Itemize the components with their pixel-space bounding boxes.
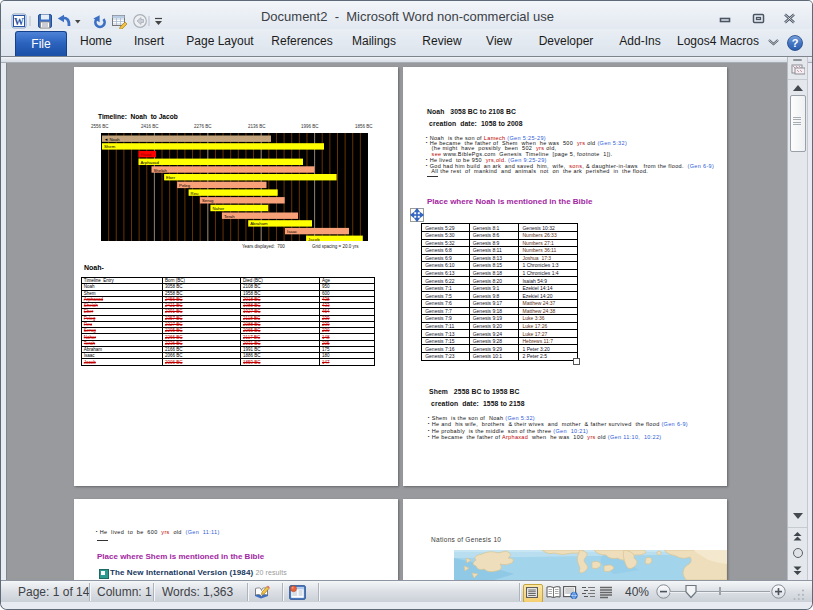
svg-text:Serug: Serug — [202, 198, 214, 203]
svg-text:Shelah: Shelah — [154, 168, 168, 173]
svg-text:◄ Noah: ◄ Noah — [104, 137, 120, 142]
svg-text:Peleg: Peleg — [179, 183, 191, 188]
svg-text:Abraham: Abraham — [250, 221, 268, 226]
svg-text:Flood: Flood — [141, 152, 152, 157]
svg-text:Jacob: Jacob — [308, 237, 320, 241]
svg-text:Shem: Shem — [104, 144, 116, 149]
svg-text:Terah: Terah — [224, 214, 235, 219]
svg-text:Isaac: Isaac — [287, 229, 298, 234]
svg-text:Reu: Reu — [191, 191, 199, 196]
svg-text:Nahor: Nahor — [212, 206, 224, 211]
svg-text:W: W — [14, 16, 24, 27]
svg-text:Eber: Eber — [166, 175, 176, 180]
svg-text:?: ? — [792, 37, 799, 49]
svg-text:Arphaxad: Arphaxad — [141, 160, 160, 165]
